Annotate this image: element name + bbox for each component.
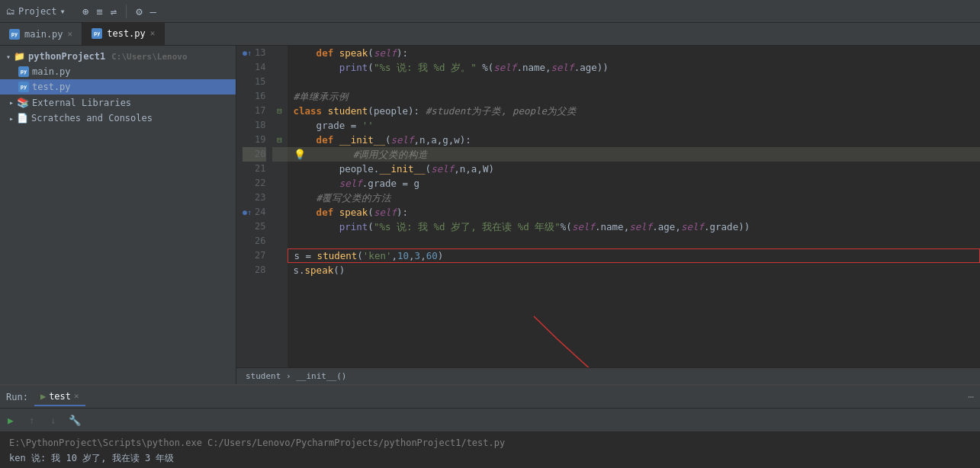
line-num-26: 26 [243, 234, 266, 248]
code-line-19: def __init__(self,n,a,g,w): [288, 133, 981, 147]
editor-wrapper: ●↑ 13 14 15 16 17 18 19 20 21 22 23 ●↑ 2… [236, 46, 980, 367]
code-line-15 [288, 75, 981, 89]
gutter-13 [272, 46, 288, 60]
toolbar-project[interactable]: 🗂 Project ▾ [6, 6, 66, 17]
sidebar-item-external-libs[interactable]: ▸ 📚 External Libraries [0, 95, 236, 111]
minimize-icon[interactable]: — [149, 4, 158, 19]
code-line-23: #覆写父类的方法 [288, 191, 981, 205]
editor-area: ●↑ 13 14 15 16 17 18 19 20 21 22 23 ●↑ 2… [236, 46, 980, 384]
code-line-16: #单继承示例 [288, 89, 981, 104]
gutter-24 [272, 205, 288, 220]
gutter-28 [272, 263, 288, 277]
gutter-20 [272, 147, 288, 162]
gutter-18 [272, 118, 288, 133]
sidebar-item-project-root[interactable]: ▾ 📁 pythonProject1 C:\Users\Lenovo [0, 49, 236, 64]
library-icon: 📚 [17, 97, 29, 108]
line-num-21: 21 [243, 162, 266, 176]
caret-right-icon-2: ▸ [9, 114, 14, 123]
run-menu-more[interactable]: ⋯ [968, 391, 974, 402]
py-icon-test: py [18, 82, 29, 92]
gutter: ⊟ ⊟ [272, 46, 288, 367]
line-num-19: 19 [243, 133, 266, 147]
breadcrumb-text: student › __init__() [246, 371, 346, 381]
run-toolbar: ▶ ↑ ↓ 🔧 [0, 409, 980, 432]
run-tab-close[interactable]: ✕ [74, 391, 79, 401]
gutter-21 [272, 162, 288, 176]
py-file-icon-2: py [92, 28, 102, 39]
toolbar-separator [126, 5, 127, 18]
run-panel: Run: ▶ test ✕ ⋯ ▶ ↑ ↓ 🔧 E:\PythonProject… [0, 384, 980, 468]
code-lines[interactable]: def speak(self): print("%s 说: 我 %d 岁。" %… [288, 46, 981, 367]
sidebar-item-scratches[interactable]: ▸ 📄 Scratches and Consoles [0, 111, 236, 126]
sidebar: ▾ 📁 pythonProject1 C:\Users\Lenovo py ma… [0, 46, 236, 384]
code-line-27: s = student('ken',10,3,60) [288, 248, 981, 263]
code-line-22: self.grade = g [288, 176, 981, 191]
tab-main-close[interactable]: ✕ [68, 29, 73, 39]
scratches-icon: 📄 [17, 113, 28, 123]
structure-icon[interactable]: ≡ [95, 4, 104, 19]
sidebar-item-main-py[interactable]: py main.py [0, 64, 236, 79]
tab-test-close[interactable]: ✕ [150, 28, 156, 38]
run-down-button[interactable]: ↓ [43, 410, 64, 430]
line-num-20: 20 [243, 147, 266, 162]
run-up-button[interactable]: ↑ [21, 410, 43, 430]
gutter-19[interactable]: ⊟ [272, 133, 288, 147]
project-folder-icon: 🗂 [6, 6, 15, 17]
line-num-25: 25 [243, 220, 266, 234]
external-libs-label: External Libraries [32, 98, 131, 108]
gutter-15 [272, 75, 288, 89]
tab-bar: py main.py ✕ py test.py ✕ [0, 23, 980, 46]
code-line-14: print("%s 说: 我 %d 岁。" %(self.name,self.a… [288, 60, 981, 75]
line-numbers: ●↑ 13 14 15 16 17 18 19 20 21 22 23 ●↑ 2… [236, 46, 272, 367]
run-play-button[interactable]: ▶ [0, 410, 21, 430]
project-root-path: C:\Users\Lenovo [111, 52, 187, 62]
code-line-28: s.speak() [288, 263, 981, 277]
project-label: Project [18, 6, 57, 17]
line-num-23: 23 [243, 191, 266, 205]
run-label: Run: [6, 392, 28, 402]
line-num-13: ●↑ 13 [243, 46, 266, 60]
py-file-icon: py [9, 29, 20, 40]
py-icon-main: py [18, 66, 29, 77]
run-wrench-button[interactable]: 🔧 [64, 410, 85, 430]
run-tab-label: test [49, 391, 71, 402]
run-tab-test[interactable]: ▶ test ✕ [34, 388, 85, 406]
caret-right-icon: ▸ [9, 98, 14, 107]
line-num-16: 16 [243, 89, 266, 104]
caret-down-icon: ▾ [6, 53, 11, 61]
sidebar-main-py-label: main.py [32, 66, 71, 77]
gutter-26 [272, 234, 288, 248]
code-line-18: grade = '' [288, 118, 981, 133]
scratches-label: Scratches and Consoles [31, 113, 153, 123]
tab-main-py[interactable]: py main.py ✕ [0, 23, 82, 45]
gutter-23 [272, 191, 288, 205]
sidebar-item-test-py[interactable]: py test.py [0, 79, 236, 95]
gutter-16 [272, 89, 288, 104]
code-line-21: people.__init__(self,n,a,W) [288, 162, 981, 176]
line-num-15: 15 [243, 75, 266, 89]
run-output-line-2: ken 说: 我 10 岁了, 我在读 3 年级 [9, 450, 971, 466]
gutter-22 [272, 176, 288, 191]
gutter-25 [272, 220, 288, 234]
code-container[interactable]: ●↑ 13 14 15 16 17 18 19 20 21 22 23 ●↑ 2… [236, 46, 980, 367]
line-num-18: 18 [243, 118, 266, 133]
code-line-20: 💡 #调用父类的构造 [288, 147, 981, 162]
project-dropdown-icon[interactable]: ▾ [60, 6, 66, 17]
code-line-13: def speak(self): [288, 46, 981, 60]
add-icon[interactable]: ⊕ [81, 4, 90, 19]
run-header: Run: ▶ test ✕ ⋯ [0, 386, 980, 409]
compare-icon[interactable]: ⇌ [109, 4, 118, 19]
settings-icon[interactable]: ⚙ [134, 4, 143, 19]
main-content: ▾ 📁 pythonProject1 C:\Users\Lenovo py ma… [0, 46, 980, 384]
toolbar: 🗂 Project ▾ ⊕ ≡ ⇌ ⚙ — [0, 0, 980, 23]
gutter-17[interactable]: ⊟ [272, 104, 288, 118]
code-line-24: def speak(self): [288, 205, 981, 220]
lightbulb-icon[interactable]: 💡 [294, 147, 306, 162]
run-output: E:\PythonProject\Scripts\python.exe C:/U… [0, 432, 980, 468]
tab-test-label: test.py [107, 28, 146, 39]
bookmark-up-icon-13: ●↑ [243, 46, 252, 60]
bookmark-up-icon-24: ●↑ [243, 205, 252, 220]
tab-test-py[interactable]: py test.py ✕ [82, 23, 165, 45]
code-line-17: class student(people): #student为子类, peop… [288, 104, 981, 118]
line-num-24: ●↑ 24 [243, 205, 266, 220]
